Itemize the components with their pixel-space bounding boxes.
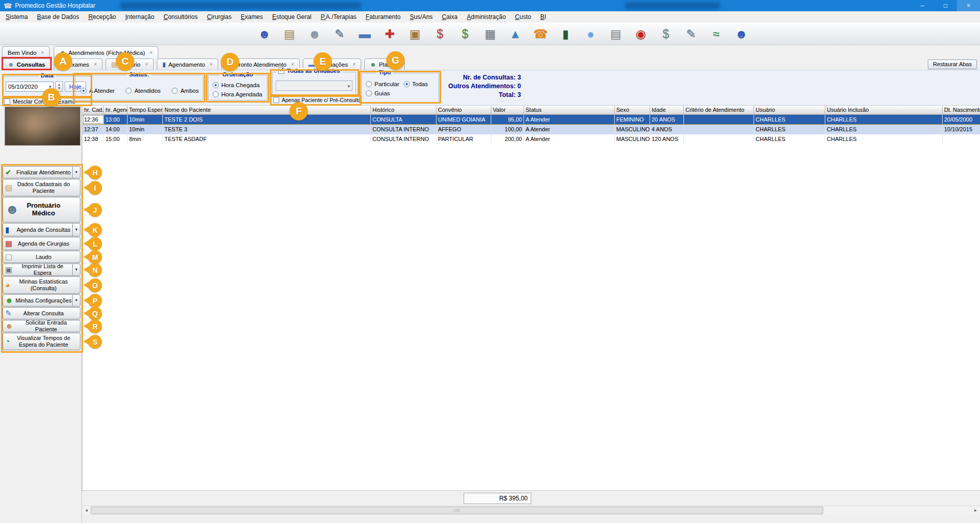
sidebar-button[interactable]: ☻ Minhas Configurações ▼ xyxy=(3,294,80,307)
minimize-button[interactable]: – xyxy=(911,0,934,11)
menu-item[interactable]: BI xyxy=(536,12,551,22)
finance-chart-icon[interactable]: ▲ xyxy=(507,25,524,43)
status-radio[interactable]: Ambos xyxy=(172,88,199,94)
status-radio[interactable]: Atendidos xyxy=(126,88,160,94)
column-header[interactable]: Idade xyxy=(650,106,684,114)
column-header[interactable]: Tempo Espera xyxy=(128,106,163,114)
table-row[interactable]: 12:3714:0010minTESTE 3CONSULTA INTERNOAF… xyxy=(82,125,980,134)
sub-tab[interactable]: ☻ Consultas xyxy=(2,58,51,70)
close-tab-icon[interactable]: × xyxy=(41,50,44,55)
ordenacao-radio[interactable]: Hora Agendada xyxy=(213,91,263,97)
sidebar-button[interactable]: ✔ Finalizar Atendimento ▼ xyxy=(3,166,80,178)
dropdown-arrow-icon[interactable]: ▼ xyxy=(72,295,80,306)
ordenacao-radio[interactable]: Hora Chegada xyxy=(213,82,263,88)
close-tab-icon[interactable]: × xyxy=(94,62,97,67)
sidebar-button[interactable]: ☻ Solicitar Entrada Paciente xyxy=(3,320,80,332)
table-row[interactable]: 12:3613:0010minTESTE 2 DOISCONSULTAUNIME… xyxy=(82,115,980,125)
power-icon[interactable]: ◉ xyxy=(633,25,649,43)
close-tab-icon[interactable]: × xyxy=(291,62,294,67)
patients-icon[interactable]: ☻ xyxy=(256,25,273,43)
sidebar-button-icon: ▣ xyxy=(5,265,12,274)
sidebar-button[interactable]: ☻ Prontuário Médico xyxy=(3,197,80,223)
column-header[interactable]: Convênio xyxy=(436,106,491,114)
chat-icon[interactable]: ● xyxy=(582,25,599,43)
menu-item[interactable]: Recepção xyxy=(84,12,120,22)
patient-records-icon[interactable]: ▤ xyxy=(281,25,298,43)
column-header[interactable]: Critério de Atendimento xyxy=(684,106,754,114)
scrollbar-thumb[interactable]: |||| xyxy=(91,507,823,514)
scroll-left-icon[interactable]: ◄ xyxy=(82,508,91,513)
menu-item[interactable]: Administração xyxy=(462,12,510,22)
hospital-bed-icon[interactable]: ▬ xyxy=(357,25,373,43)
sidebar-button[interactable]: ▦ Agenda de Cirurgias xyxy=(3,237,80,250)
close-tab-icon[interactable]: × xyxy=(210,62,213,67)
phone-book-icon[interactable]: ☎ xyxy=(532,25,549,43)
restaurar-abas-button[interactable]: Restaurar Abas xyxy=(928,59,977,69)
menu-item[interactable]: Sistema xyxy=(1,12,32,22)
menu-item[interactable]: Internação xyxy=(120,12,159,22)
scroll-right-icon[interactable]: ► xyxy=(971,508,980,513)
menu-item[interactable]: Custo xyxy=(510,12,535,22)
prescription-icon[interactable]: ✎ xyxy=(683,25,699,43)
todas-unidades-checkbox[interactable]: Todas as Unidades xyxy=(276,68,342,74)
close-tab-icon[interactable]: × xyxy=(150,50,153,55)
tipo-radio[interactable]: Guias xyxy=(366,90,435,96)
sidebar-button[interactable]: ✎ Alterar Consulta xyxy=(3,307,80,319)
maximize-button[interactable]: □ xyxy=(934,0,957,11)
menu-item[interactable]: Consultórios xyxy=(159,12,202,22)
status-radio[interactable]: A Atender xyxy=(80,88,115,94)
column-header[interactable]: Nome do Paciente xyxy=(163,106,371,114)
valor-total: R$ 395,00 xyxy=(464,493,531,504)
menu-item[interactable]: P.A./Terapias xyxy=(316,12,361,22)
sidebar-button[interactable]: ▮ Agenda de Consultas ▼ xyxy=(3,223,80,236)
menu-item[interactable]: Sus/Ans xyxy=(405,12,437,22)
patient-book-icon[interactable]: ☻ xyxy=(733,25,749,43)
mesclar-consulta-exame-checkbox[interactable]: Mesclar Consulta Exame xyxy=(4,98,75,105)
tipo-radio[interactable]: Todas xyxy=(404,81,428,87)
table-row[interactable]: 12:3815:008minTESTE ASDADFCONSULTA INTER… xyxy=(82,134,980,144)
ecg-book-icon[interactable]: ≈ xyxy=(708,25,724,43)
report-icon[interactable]: ▤ xyxy=(608,25,624,43)
ambulance-icon[interactable]: ✚ xyxy=(382,25,398,43)
sidebar-button[interactable]: ◕ Minhas Estatísticas (Consulta) xyxy=(3,276,80,294)
doctor-icon[interactable]: ☻ xyxy=(306,25,323,43)
sidebar-button[interactable]: ▣ Imprimir Lista de Espera ▼ xyxy=(3,264,80,276)
menu-item[interactable]: Estoque Geral xyxy=(267,12,316,22)
medical-form-icon[interactable]: ✎ xyxy=(331,25,348,43)
horizontal-scrollbar[interactable]: ◄ |||| ► xyxy=(82,506,980,514)
column-header[interactable]: hr. Cad. xyxy=(82,106,104,114)
column-header[interactable]: Dt. Nascimento xyxy=(943,106,980,114)
menu-item[interactable]: Exames xyxy=(236,12,267,22)
apenas-pre-consulta-checkbox[interactable]: Apenas Paciente c/ Pré-Consulta xyxy=(273,97,361,103)
supplies-box-icon[interactable]: ▣ xyxy=(407,25,423,43)
column-header[interactable]: Sexo xyxy=(615,106,650,114)
close-tab-icon[interactable]: × xyxy=(145,62,148,67)
dropdown-arrow-icon[interactable]: ▼ xyxy=(72,224,80,236)
dropdown-arrow-icon[interactable]: ▼ xyxy=(72,167,80,178)
main-tab[interactable]: Bem Vindo × xyxy=(2,46,50,58)
revenue-up-icon[interactable]: $ xyxy=(432,25,448,43)
menu-item[interactable]: Base de Dados xyxy=(32,12,84,22)
column-header[interactable]: Usuário Inclusão xyxy=(825,106,943,114)
menu-item[interactable]: Cirurgias xyxy=(202,12,236,22)
sub-tab[interactable]: ▮ Agendamento × xyxy=(157,58,218,70)
sidebar-button[interactable]: ◔ Visualizar Tempos de Espera do Pacient… xyxy=(3,333,80,350)
close-button[interactable]: × xyxy=(957,0,980,11)
safe-icon[interactable]: ▦ xyxy=(482,25,498,43)
column-header[interactable]: Usuário xyxy=(754,106,825,114)
ledger-book-icon[interactable]: ▮ xyxy=(557,25,574,43)
sidebar-button[interactable]: ▢ Laudo xyxy=(3,251,80,263)
dropdown-arrow-icon[interactable]: ▼ xyxy=(72,264,80,275)
column-header[interactable]: Status xyxy=(524,106,615,114)
column-header[interactable]: Valor xyxy=(491,106,524,114)
unidades-dropdown[interactable]: ▾ xyxy=(276,81,352,91)
column-header[interactable]: hr. Agend. xyxy=(104,106,128,114)
invoice-search-icon[interactable]: $ xyxy=(658,25,674,43)
close-tab-icon[interactable]: × xyxy=(352,62,356,67)
column-header[interactable]: Histórico xyxy=(371,106,436,114)
menu-item[interactable]: Faturamento xyxy=(361,12,405,22)
cash-stack-icon[interactable]: $ xyxy=(457,25,473,43)
sidebar-button[interactable]: ▤ Dados Cadastrais do Paciente xyxy=(3,179,80,196)
menu-item[interactable]: Caixa xyxy=(437,12,463,22)
tipo-radio[interactable]: Particular xyxy=(366,81,400,87)
